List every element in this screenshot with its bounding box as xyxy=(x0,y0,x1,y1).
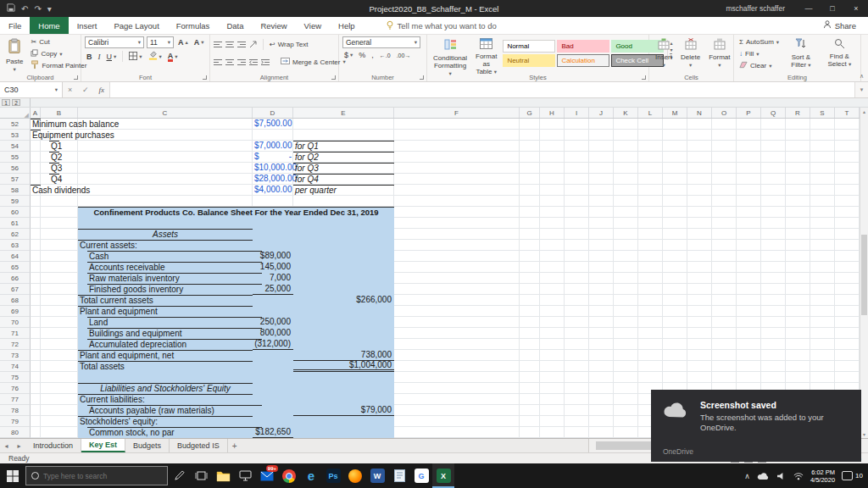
format-painter-button[interactable]: Format Painter xyxy=(29,60,88,71)
cut-button[interactable]: ✂ Cut xyxy=(29,36,88,47)
new-sheet-button[interactable]: + xyxy=(228,439,242,452)
align-center-icon[interactable] xyxy=(225,54,235,69)
redo-icon[interactable]: ↷ xyxy=(34,4,41,14)
cell-E54[interactable]: for Q1 xyxy=(293,141,394,152)
column-header-R[interactable]: R xyxy=(786,108,810,118)
excel-icon[interactable]: X xyxy=(432,463,454,488)
cell-A56[interactable]: Q3 xyxy=(49,163,59,174)
grow-font-button[interactable]: A▴ xyxy=(176,38,190,47)
font-color-button[interactable]: A▾ xyxy=(166,52,180,62)
column-header-H[interactable]: H xyxy=(540,108,565,118)
format-cells-button[interactable]: Format ▾ xyxy=(706,36,732,70)
row-header-61[interactable]: 61 xyxy=(0,218,31,229)
cell-style-neutral[interactable]: Neutral xyxy=(503,54,555,67)
share-button[interactable]: Share xyxy=(823,17,856,34)
bold-button[interactable]: B xyxy=(85,53,94,61)
cell-D71[interactable]: 800,000 xyxy=(253,328,293,339)
onedrive-toast[interactable]: Screenshot saved The screenshot was adde… xyxy=(651,390,861,462)
column-header-F[interactable]: F xyxy=(394,108,520,118)
row-header-60[interactable]: 60 xyxy=(0,207,31,218)
cell-C71[interactable]: Buildings and equipment xyxy=(87,328,262,339)
merge-center-button[interactable]: Merge & Center▾ xyxy=(279,57,348,68)
cell-C73[interactable]: Plant and equipment, net xyxy=(78,350,253,361)
cell-C78[interactable]: Accounts payable (raw materials) xyxy=(87,405,262,416)
cell-D57[interactable]: $28,000.00 xyxy=(253,174,293,185)
accounting-format-button[interactable]: $▾ xyxy=(342,51,354,59)
row-header-55[interactable]: 55 xyxy=(0,152,31,163)
ribbon-tab-formulas[interactable]: Formulas xyxy=(168,17,219,34)
cell-E78[interactable]: $79,000 xyxy=(293,405,394,416)
ribbon-tab-help[interactable]: Help xyxy=(330,17,364,34)
cell-E58[interactable]: per quarter xyxy=(293,185,394,196)
row-header-52[interactable]: 52 xyxy=(0,119,31,130)
taskbar-search[interactable] xyxy=(25,466,168,485)
edge-icon[interactable]: e xyxy=(300,463,322,488)
align-right-icon[interactable] xyxy=(237,54,247,69)
format-as-table-button[interactable]: Format as Table ▾ xyxy=(473,36,499,78)
column-header-P[interactable]: P xyxy=(737,108,761,118)
cell-D64[interactable]: $89,000 xyxy=(253,251,293,262)
insert-function-icon[interactable]: fx xyxy=(99,86,105,94)
sheet-tab-introduction[interactable]: Introduction xyxy=(25,439,81,452)
photoshop-icon[interactable]: Ps xyxy=(322,463,344,488)
increase-indent-icon[interactable] xyxy=(261,54,270,69)
row-header-65[interactable]: 65 xyxy=(0,262,31,273)
action-center[interactable]: 10 xyxy=(842,471,863,480)
task-view-icon[interactable] xyxy=(190,463,212,488)
cell-D65[interactable]: 145,000 xyxy=(253,262,293,273)
cell-C76[interactable]: Liabilities and Stockholders' Equity xyxy=(78,383,253,394)
sheet-tab-key-est[interactable]: Key Est xyxy=(81,439,125,452)
chrome-icon[interactable] xyxy=(278,463,300,488)
fill-color-button[interactable]: ▾ xyxy=(147,51,164,62)
cell-A52[interactable]: Minimum cash balance xyxy=(31,119,41,130)
cell-E74[interactable]: $1,004,000 xyxy=(293,361,394,372)
cell-D72[interactable]: (312,000) xyxy=(253,339,293,350)
cell-E57[interactable]: for Q4 xyxy=(293,174,394,185)
cell-C62[interactable]: Assets xyxy=(78,229,253,240)
row-header-62[interactable]: 62 xyxy=(0,229,31,240)
cell-D55[interactable]: $- xyxy=(253,152,293,163)
row-header-72[interactable]: 72 xyxy=(0,339,31,350)
row-header-57[interactable]: 57 xyxy=(0,174,31,185)
row-header-77[interactable]: 77 xyxy=(0,394,31,405)
cell-C65[interactable]: Accounts receivable xyxy=(87,262,262,273)
qat-customize-icon[interactable]: ▾ xyxy=(47,4,52,14)
decrease-indent-icon[interactable] xyxy=(249,54,259,69)
decrease-decimal-button[interactable]: .00→ xyxy=(395,53,413,58)
underline-button[interactable]: U▾ xyxy=(105,53,119,61)
network-icon[interactable] xyxy=(793,469,804,484)
vertical-scrollbar[interactable]: ▴ ▾ xyxy=(860,108,868,438)
row-header-80[interactable]: 80 xyxy=(0,427,31,438)
ribbon-tab-home[interactable]: Home xyxy=(30,17,68,34)
cell-D54[interactable]: $7,000.00 xyxy=(253,141,293,152)
row-header-73[interactable]: 73 xyxy=(0,350,31,361)
hidden-icons-chevron[interactable]: ∧ xyxy=(744,472,750,480)
cell-C63[interactable]: Current assets: xyxy=(78,240,253,251)
ribbon-tab-file[interactable]: File xyxy=(0,17,30,34)
ribbon-tab-review[interactable]: Review xyxy=(252,17,295,34)
cell-D67[interactable]: 25,000 xyxy=(253,284,293,295)
cell-C80[interactable]: Common stock, no par xyxy=(87,427,262,438)
sheet-nav-right-icon[interactable]: ▸ xyxy=(13,439,25,452)
sort-filter-button[interactable]: Sort & Filter ▾ xyxy=(784,36,818,70)
tell-me-box[interactable]: Tell me what you want to do xyxy=(386,17,497,34)
number-format-select[interactable]: General▾ xyxy=(342,36,420,48)
align-bottom-icon[interactable] xyxy=(237,36,247,52)
collapse-ribbon-icon[interactable]: ∧ xyxy=(860,73,864,80)
cell-A57[interactable]: Q4 xyxy=(49,174,59,185)
row-header-63[interactable]: 63 xyxy=(0,240,31,251)
font-family-select[interactable]: Calibri▾ xyxy=(85,36,144,48)
undo-icon[interactable]: ↶ xyxy=(21,4,28,14)
ribbon-tab-insert[interactable]: Insert xyxy=(69,17,106,34)
shrink-font-button[interactable]: A▾ xyxy=(192,38,206,47)
row-header-74[interactable]: 74 xyxy=(0,361,31,372)
borders-button[interactable]: ▾ xyxy=(127,52,143,62)
vertical-scroll-thumb[interactable] xyxy=(861,235,867,315)
clear-button[interactable]: Clear▾ xyxy=(737,60,781,71)
percent-style-button[interactable]: % xyxy=(357,51,367,59)
close-button[interactable]: × xyxy=(844,0,868,17)
styles-dialog-launcher[interactable] xyxy=(642,75,646,80)
clipboard-dialog-launcher[interactable] xyxy=(74,75,78,80)
cell-E68[interactable]: $266,000 xyxy=(293,295,394,306)
column-header-I[interactable]: I xyxy=(565,108,589,118)
